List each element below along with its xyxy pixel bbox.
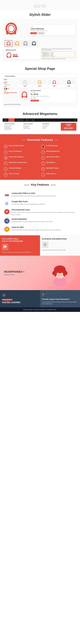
feature-text-responsive: Fully Responsive [46,145,58,146]
slider-cta-btn[interactable]: Shop Now [30,32,37,34]
product-headphone-svg-4 [67,80,71,84]
feature-item-5: ◉ Product Del Carousel [4,156,39,160]
megamenu-link-1-3[interactable]: Gaming Headsets [4,128,22,129]
svg-point-4 [7,42,10,45]
html5css3-icon: 5 3 [4,192,10,198]
key-feature-title-html5: Coded with HTML5 & CSS3 [12,192,56,194]
slider-thumb-4[interactable] [30,40,38,47]
svg-marker-42 [4,248,5,248]
feature-text-filters: Ajax Product Filters [46,156,60,158]
add-to-cart-button[interactable]: ADD TO CART [31,100,39,102]
thumb-headphone-svg-3 [23,41,28,46]
hp-product-desc: High quality surround sound headset with… [31,96,75,97]
svg-point-59 [61,273,62,274]
experts-title: OUR EXPERTS WILL solve your problems [2,238,38,242]
megamenu-mockup: HOME SHOP ▾ COLLECTIONS BLOG PAGES 🔍 Awe… [2,118,78,132]
banner-subtitle: Shopify Theme [4,274,24,276]
feature-item-3: ✎ Easy To Customize [4,150,39,154]
feature-text-newsletter: Newsletter Popup [46,167,58,169]
svg-rect-44 [4,247,5,247]
megamenu-header: Advanced Megamenu [0,109,80,117]
color-swatch-white[interactable] [9,88,10,90]
headphones-banner: HEADPHONES + Shopify Theme [0,256,80,290]
megamenu-nav-collections[interactable]: COLLECTIONS [15,118,24,122]
filter-group-price: Price $0 — $999 [4,90,17,94]
chat-svg [3,245,7,249]
slider2-sub: premium headsets [6,51,39,52]
banner-title-main: HEADPHONES + [4,270,24,273]
feature-item-1: ⚙ Powerful Admin Panel [4,145,39,148]
key-features-section: Key Features 5 3 Coded with HTML5 & CSS3… [0,180,80,235]
filter-item-2[interactable]: Bose [4,82,17,83]
megamenu-search[interactable]: 🔍 [74,118,78,122]
megamenu-nav-home[interactable]: HOME [2,118,8,122]
shop-mockup: Clear Ear Headset Brand Sony Bose JBL Se… [2,73,78,106]
price-range-bar[interactable] [4,92,17,93]
filter-title-brand: Brand [4,79,17,80]
slider2-btn[interactable]: Add to Cart [13,56,18,57]
megamenu-nav-blog[interactable]: BLOG [24,118,30,122]
color-swatch-black[interactable] [6,88,7,90]
megamenu-link-1-2[interactable]: Ear Headsets [4,126,22,128]
megamenu-link-2-1[interactable]: Bluetooth Series [23,125,41,126]
seo-support-section: ☺ Top Quality SEO + FASTER LOADING ? Fri… [0,290,80,307]
seo-smiley: ☺ [2,293,38,297]
feature-text-cart: Ajax Shopping Cart [46,150,60,152]
feature-title-wishlist: Ajax Wishlist [46,162,55,163]
feature-icon-carousel: ◉ [4,156,7,160]
megamenu-nav-pages[interactable]: PAGES [30,118,36,122]
megamenu-link-3-1[interactable]: In-Ear Monitors [42,125,60,126]
svg-point-39 [6,228,7,230]
svg-rect-30 [70,82,71,84]
key-features-list: 5 3 Coded with HTML5 & CSS3 Coded with H… [4,192,76,232]
choose-note: Choose the fonts, colors slider control … [42,58,75,59]
filter-title-price: Price [4,90,17,92]
feature-icon-admin: ⚙ [4,145,7,148]
svg-rect-21 [26,82,27,84]
megamenu-nav-shop[interactable]: SHOP ▾ [8,118,15,122]
svg-rect-20 [23,82,24,84]
stylish-slider-section: audio Listen differently Fine quality he… [0,18,80,64]
google-icon: G [4,200,10,206]
svg-rect-45 [44,243,46,246]
svg-rect-56 [53,271,55,275]
product-headphone-svg-3 [52,80,57,84]
megamenu-link-2-2[interactable]: RF Wireless [23,126,41,128]
megamenu-link-3-3[interactable]: On-Ear [42,128,60,129]
feature-item-11: 📦 Order Tracking [4,173,39,176]
feature-title-order: Order Tracking [9,173,19,174]
feature-icon-quickshop: 🔍 [4,162,7,165]
awesome-features-label: Awesome Features [27,138,53,142]
feature-text-more: & Much More! [46,173,56,174]
megamenu-dropdown: Awesome Collection Wireless Headsets Ear… [2,122,78,132]
megamenu-link-2-3[interactable]: Infrared Wireless [23,128,41,129]
megamenu-link-3-2[interactable]: Over-Ear [42,126,60,128]
shop-sidebar: Brand Sony Bose JBL Sennheiser Color [4,79,17,103]
slider-thumb-1[interactable] [5,40,12,47]
support-desc: Ask your question and we are happy to he… [42,301,78,305]
feature-title-responsive: Fully Responsive [46,145,58,146]
key-feature-desc-seo: Coded with SEO in mind make your website… [12,229,61,231]
filter-item-4[interactable]: Sennheiser [4,84,17,86]
filter-item-1[interactable]: Sony [4,81,17,82]
slider2-price: $49.99 [13,54,18,56]
megamenu-col-title-3: Ear Headsets [42,123,60,125]
megamenu-section: HOME SHOP ▾ COLLECTIONS BLOG PAGES 🔍 Awe… [0,117,80,134]
svg-rect-23 [38,82,39,84]
key-feature-desc-social: Integrated with all social elements. Sha… [12,220,53,223]
megamenu-link-1-1[interactable]: Wireless Headsets [4,125,22,126]
chat-icon [2,244,8,250]
slider-learn-btn[interactable]: Learn More [37,32,44,34]
megamenu-link-1-4[interactable]: Studio Monitors [4,129,22,130]
qty-stepper[interactable]: 1 ▾ [33,98,36,99]
svg-point-13 [32,42,35,45]
seo-search-icon [4,226,10,232]
slider-thumb-3[interactable] [22,40,29,47]
color-swatch-red[interactable] [4,88,5,90]
special-shop-header: Special Shop Page [0,64,80,72]
filter-item-3[interactable]: JBL [4,83,17,84]
color-swatch-gold[interactable] [7,88,9,90]
slider-thumb-2[interactable] [13,40,21,47]
megamenu-promo-banner[interactable]: SUMMER SALE 30% OFF [61,123,76,130]
banner-text: HEADPHONES + Shopify Theme [4,270,24,276]
